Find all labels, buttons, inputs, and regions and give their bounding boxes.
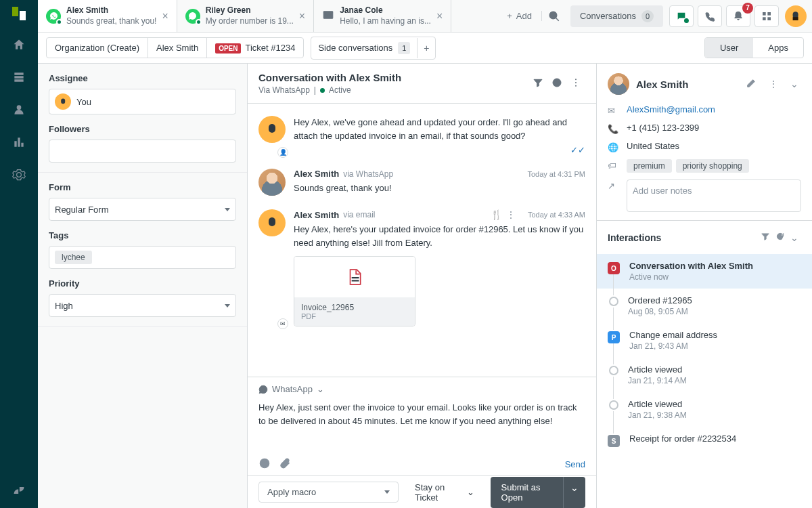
pdf-icon	[294, 257, 415, 297]
chevron-down-icon[interactable]: ⌄	[788, 230, 801, 246]
message-text: Sounds great, thank you!	[294, 182, 585, 195]
submit-dropdown[interactable]: ⌄	[563, 477, 585, 508]
timeline-item[interactable]: Ordered #12965Aug 08, 9:05 AM	[597, 289, 812, 323]
tab-subtitle: Hello, I am having an is...	[340, 16, 431, 27]
timeline-marker: S	[608, 435, 620, 447]
breadcrumb-customer[interactable]: Alex Smith	[148, 38, 206, 58]
emoji-icon[interactable]	[258, 457, 271, 471]
timeline-item[interactable]: SReceipt for order #2232534	[597, 427, 812, 454]
form-select[interactable]: Regular Form	[49, 198, 236, 221]
message-via: via email	[343, 210, 375, 219]
user-tag: priority shopping	[676, 159, 749, 173]
user-panel: Alex Smith ⋮ ⌄ ✉AlexSmith@gmail.com 📞+1 …	[597, 64, 812, 508]
timeline-item[interactable]: OConversation with Alex SmithActive now	[597, 254, 812, 289]
zendesk-icon[interactable]	[11, 482, 27, 499]
chat-icon[interactable]	[669, 5, 694, 27]
timeline-marker: P	[608, 331, 620, 343]
breadcrumb-org[interactable]: Organization (Create)	[47, 38, 148, 58]
tags-label: Tags	[49, 230, 236, 240]
refresh-icon[interactable]	[773, 229, 788, 246]
overflow-icon[interactable]: ⋮	[506, 209, 516, 220]
nav-rail	[0, 0, 38, 508]
channel-selector[interactable]: WhatsApp⌄	[248, 377, 596, 401]
customers-icon[interactable]	[11, 102, 27, 118]
tab-title: Alex Smith	[66, 5, 156, 16]
close-icon[interactable]: ×	[162, 10, 168, 22]
breadcrumb-ticket[interactable]: OPENTicket #1234	[206, 38, 303, 58]
chevron-down-icon[interactable]: ⌄	[788, 76, 801, 92]
search-icon[interactable]	[542, 10, 566, 22]
filter-icon[interactable]	[758, 229, 773, 246]
tab-riley-green[interactable]: Riley GreenMy order number is 19... ×	[177, 0, 314, 32]
apply-macro-select[interactable]: Apply macro	[258, 482, 399, 503]
user-email[interactable]: AlexSmith@gmail.com	[627, 104, 715, 114]
conversation-panel: Conversation with Alex Smith Via WhatsAp…	[248, 64, 597, 508]
conversations-label: Conversations	[580, 11, 636, 21]
user-notes-input[interactable]: Add user notes	[627, 179, 801, 212]
overflow-icon[interactable]	[566, 73, 585, 94]
conversations-button[interactable]: Conversations0	[570, 5, 663, 27]
close-icon[interactable]: ×	[436, 10, 443, 22]
close-icon[interactable]: ×	[299, 10, 305, 22]
submit-button[interactable]: Submit as Open	[491, 477, 563, 508]
assignee-value: You	[76, 97, 91, 107]
timeline-item[interactable]: Article viewedJan 21, 9:38 AM	[597, 392, 812, 427]
followers-label: Followers	[49, 124, 236, 134]
message-text: Hey Alex, here's your updated invoice fo…	[294, 223, 585, 249]
views-icon[interactable]	[11, 69, 27, 85]
user-phone: +1 (415) 123-2399	[627, 123, 699, 133]
timeline-timestamp: Active now	[629, 272, 801, 282]
notifications-icon[interactable]: 7	[726, 5, 750, 27]
message: ✉ Alex Smithvia email🍴⋮Today at 4:33 AM …	[258, 203, 585, 333]
svg-point-12	[260, 459, 269, 468]
macro-label: Apply macro	[267, 487, 316, 497]
filter-icon[interactable]	[528, 73, 547, 94]
tags-field[interactable]: lychee	[49, 246, 236, 269]
home-icon[interactable]	[11, 37, 27, 53]
overflow-icon[interactable]: ⋮	[766, 76, 781, 92]
tab-janae-cole[interactable]: Janae ColeHello, I am having an is... ×	[314, 0, 451, 32]
svg-rect-4	[763, 17, 766, 20]
svg-point-8	[575, 82, 577, 83]
side-conv-label: Side conversations	[318, 43, 392, 53]
timeline-item[interactable]: Article viewedJan 21, 9:14 AM	[597, 358, 812, 392]
timeline-item[interactable]: PChange email addressJan 21, 9:43 AM	[597, 323, 812, 358]
profile-avatar[interactable]	[785, 5, 807, 27]
external-icon: ↗	[608, 181, 618, 191]
agent-avatar	[258, 116, 286, 143]
tab-alex-smith[interactable]: Alex SmithSounds great, thank you! ×	[38, 0, 177, 32]
svg-point-14	[266, 462, 267, 463]
assignee-label: Assignee	[49, 73, 236, 83]
attachment-icon[interactable]	[279, 457, 291, 471]
interactions-timeline: OConversation with Alex SmithActive nowO…	[597, 254, 812, 508]
tab-title: Riley Green	[206, 5, 294, 16]
utensils-icon[interactable]: 🍴	[491, 209, 502, 220]
ticket-properties-panel: Assignee You Followers Form Regular Form…	[38, 64, 248, 508]
edit-icon[interactable]	[743, 75, 759, 93]
stay-on-ticket-select[interactable]: Stay on Ticket⌄	[415, 482, 474, 503]
tab-user[interactable]: User	[705, 38, 753, 58]
talk-icon[interactable]	[698, 5, 722, 27]
status-badge: OPEN	[215, 43, 241, 54]
compose-textarea[interactable]	[258, 401, 585, 444]
add-tab-button[interactable]: +Add	[497, 11, 542, 21]
message-via: via WhatsApp	[343, 169, 393, 179]
form-value: Regular Form	[55, 205, 108, 215]
add-side-conversation-button[interactable]: +	[417, 38, 435, 58]
attachment[interactable]: Invoice_12965PDF	[294, 256, 415, 326]
message: Alex Smithvia WhatsAppToday at 4:31 PM S…	[258, 162, 585, 203]
tag-item: lychee	[55, 251, 92, 264]
tab-apps[interactable]: Apps	[753, 38, 803, 58]
assignee-field[interactable]: You	[49, 89, 236, 114]
whatsapp-icon	[46, 9, 61, 24]
followers-field[interactable]	[49, 140, 236, 163]
send-button[interactable]: Send	[565, 459, 585, 469]
apps-icon[interactable]	[754, 5, 779, 27]
side-conversations-button[interactable]: Side conversations1	[311, 37, 417, 59]
timeline-marker	[609, 366, 618, 375]
priority-select[interactable]: High	[49, 294, 236, 317]
tab-subtitle: My order number is 19...	[206, 16, 294, 27]
admin-icon[interactable]	[11, 167, 27, 183]
history-icon[interactable]	[547, 73, 566, 94]
reporting-icon[interactable]	[11, 134, 27, 150]
